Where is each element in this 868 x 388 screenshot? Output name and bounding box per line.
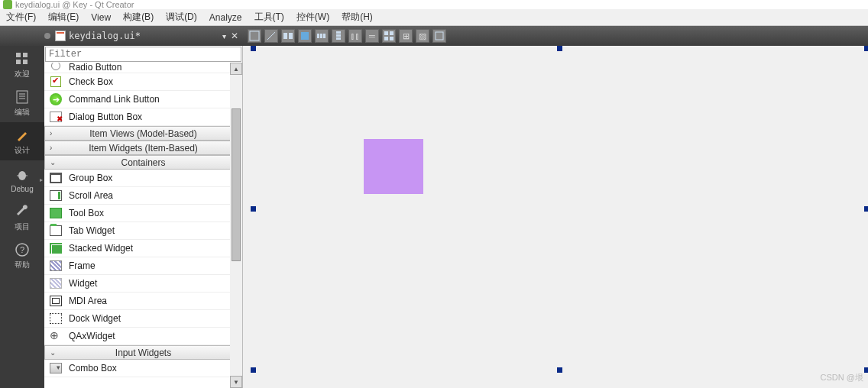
svg-rect-13 [390,37,394,40]
widget-item-frame[interactable]: Frame [44,257,242,275]
widget-item-scrollarea[interactable]: Scroll Area [44,187,242,205]
filter-box [45,47,241,62]
widget-box: Radio Button Check Box ➔ Command Link Bu… [44,46,243,388]
dockwidget-icon [49,312,63,325]
close-tab-icon[interactable]: ✕ [231,31,238,41]
menu-debug[interactable]: 调试(D) [166,11,197,24]
menu-build[interactable]: 构建(B) [123,11,154,24]
mode-edit[interactable]: 编辑 [0,84,44,122]
commandlink-icon: ➔ [49,92,63,106]
mode-help[interactable]: ? 帮助 [0,237,44,275]
widget-item-toolbox[interactable]: Tool Box [44,205,242,222]
widget-item-commandlink[interactable]: ➔ Command Link Button [44,91,242,108]
combobox-icon [49,361,63,375]
break-layout-button[interactable]: ▨ [416,29,429,43]
menu-file[interactable]: 文件(F) [6,11,36,24]
placed-widget[interactable] [364,139,423,194]
menu-help[interactable]: 帮助(H) [342,11,373,24]
edit-taborder-button[interactable] [298,29,312,43]
resize-handle[interactable] [251,46,256,51]
tabwidget-icon [49,224,63,238]
resize-handle[interactable] [251,367,256,373]
widget-item-checkbox[interactable]: Check Box [44,73,242,91]
edit-widgets-button[interactable] [248,29,261,43]
form-frame[interactable] [254,49,866,370]
edit-buddies-button[interactable] [281,29,295,43]
checkbox-icon [49,75,63,89]
document-name: keydialog.ui* [69,31,218,41]
widget-item-qaxwidget[interactable]: QAxWidget [44,328,242,345]
resize-handle[interactable] [251,206,256,212]
pencil-icon [14,127,31,144]
frame-icon [49,259,63,273]
svg-rect-17 [16,60,21,64]
chevron-right-icon: › [50,144,52,152]
watermark: CSDN @垠 [821,372,863,383]
widget-item-tabwidget[interactable]: Tab Widget [44,222,242,240]
widget-item-dialogbuttonbox[interactable]: Dialog Button Box [44,108,242,126]
layout-grid-button[interactable] [382,29,396,43]
wrench-icon [14,203,31,220]
widget-item-dockwidget[interactable]: Dock Widget [44,310,242,328]
widget-item-groupbox[interactable]: Group Box [44,170,242,187]
form-canvas[interactable]: CSDN @垠 [243,46,868,388]
widget-item-stackedwidget[interactable]: Stacked Widget [44,240,242,257]
menu-view[interactable]: View [91,12,111,23]
widget-item-combobox[interactable]: Combo Box [44,360,242,377]
status-dot-icon [44,33,50,39]
resize-handle[interactable] [864,46,868,51]
scrollbar-thumb[interactable] [232,108,241,261]
app-icon [3,0,12,9]
document-tab[interactable]: keydialog.ui* ▾ ✕ [0,31,243,41]
mdiarea-icon [49,294,63,308]
widget-item-radio[interactable]: Radio Button [44,63,242,73]
svg-rect-10 [384,31,388,35]
layout-vsplit-button[interactable]: ═ [365,29,379,43]
menu-analyze[interactable]: Analyze [209,12,242,23]
design-toolbar: ⫿⫿ ═ ⊞ ▨ [243,29,446,43]
svg-rect-9 [336,37,341,40]
mode-debug[interactable]: Debug ▸ [0,160,44,199]
layout-hsplit-button[interactable]: ⫿⫿ [348,29,362,43]
resize-handle[interactable] [864,206,868,212]
radio-icon [49,63,63,73]
toolbox-icon [49,206,63,220]
scrollbar-down-icon[interactable]: ▼ [230,376,242,388]
scrollbar[interactable]: ▲ ▼ [230,63,242,388]
edit-signals-button[interactable] [264,29,278,43]
adjust-size-button[interactable] [432,29,446,43]
menu-tools[interactable]: 工具(T) [254,11,284,24]
layout-form-button[interactable]: ⊞ [399,29,413,43]
mode-welcome[interactable]: 欢迎 [0,46,44,84]
menu-widgets[interactable]: 控件(W) [296,11,329,24]
category-inputwidgets[interactable]: ⌄Input Widgets [44,345,242,360]
dropdown-icon[interactable]: ▾ [222,32,226,40]
filter-input[interactable] [46,47,241,61]
category-itemviews[interactable]: ›Item Views (Model-Based) [44,126,242,141]
resize-handle[interactable] [557,46,562,51]
file-icon [55,31,66,41]
svg-rect-0 [250,31,259,40]
svg-point-23 [18,171,26,180]
toolbar: keydialog.ui* ▾ ✕ ⫿⫿ ═ ⊞ ▨ [0,26,868,46]
widget-item-mdiarea[interactable]: MDI Area [44,293,242,310]
widget-item-widget[interactable]: Widget [44,275,242,293]
menu-edit[interactable]: 编辑(E) [48,11,79,24]
category-containers[interactable]: ⌄Containers [44,155,242,170]
mode-design[interactable]: 设计 [0,122,44,160]
layout-h-button[interactable] [315,29,329,43]
chevron-right-icon: ▸ [40,176,43,183]
svg-text:?: ? [20,245,24,254]
scrollbar-up-icon[interactable]: ▲ [230,63,242,75]
mode-projects[interactable]: 项目 [0,199,44,237]
resize-handle[interactable] [557,367,562,373]
svg-rect-16 [23,53,28,57]
widget-icon [49,276,63,290]
svg-rect-14 [436,32,443,40]
category-itemwidgets[interactable]: ›Item Widgets (Item-Based) [44,141,242,155]
menu-bar: 文件(F) 编辑(E) View 构建(B) 调试(D) Analyze 工具(… [0,9,868,26]
svg-rect-18 [23,60,28,64]
layout-v-button[interactable] [332,29,345,43]
svg-rect-2 [289,33,293,39]
resize-handle[interactable] [864,367,868,373]
